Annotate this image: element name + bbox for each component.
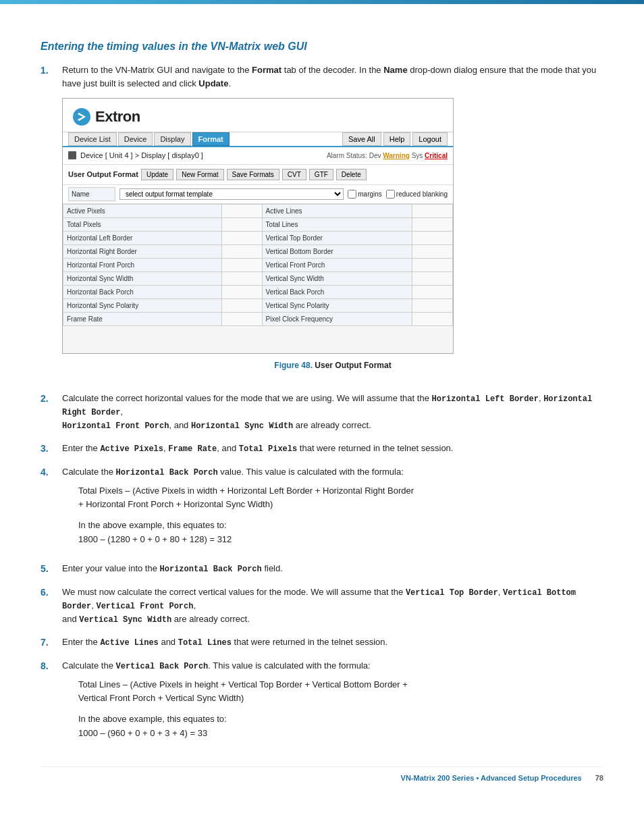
cell-v-back-label: Vertical Back Porch (262, 285, 412, 298)
step-7-content: Enter the Active Lines and Total Lines t… (62, 635, 603, 650)
step-8: 8. Calculate the Vertical Back Porch. Th… (41, 659, 603, 746)
h-sync-mono: Horizontal Sync Width (191, 421, 293, 431)
step-3-num: 3. (41, 442, 57, 456)
step-5-content: Enter your value into the Horizontal Bac… (62, 562, 603, 576)
format-select[interactable]: select output format template (119, 188, 344, 200)
figure-number: Figure 48. (274, 361, 313, 370)
footer-page: 78 (595, 774, 603, 782)
table-row: Horizontal Right Border Vertical Bottom … (63, 244, 453, 258)
step-4-num: 4. (41, 465, 57, 552)
cell-h-right-val (221, 244, 262, 258)
cell-v-sync-val (412, 271, 453, 285)
step-5: 5. Enter your value into the Horizontal … (41, 562, 603, 576)
page-footer: VN-Matrix 200 Series • Advanced Setup Pr… (41, 766, 603, 782)
alarm-status: Alarm Status: Dev Warning Sys Critical (327, 151, 448, 161)
cell-active-lines-val (412, 204, 453, 217)
cell-active-pixels-label: Active Pixels (63, 204, 222, 217)
nav-device-list[interactable]: Device List (68, 132, 117, 146)
cell-h-left-val (221, 231, 262, 244)
formula-line-4: 1800 – (1280 + 0 + 0 + 80 + 128) = 312 (78, 533, 603, 547)
step-8-formula: Total Lines – (Active Pixels in height +… (78, 678, 603, 741)
step-3-content: Enter the Active Pixels, Frame Rate, and… (62, 442, 603, 456)
step-4-content: Calculate the Horizontal Back Porch valu… (62, 465, 603, 552)
nav-display[interactable]: Display (154, 132, 190, 146)
new-format-btn[interactable]: New Format (176, 169, 223, 180)
step-8-formula-line-3: In the above example, this equates to: (78, 712, 603, 727)
cell-v-polarity-val (412, 298, 453, 312)
table-row: Horizontal Front Porch Vertical Front Po… (63, 258, 453, 271)
nav-device[interactable]: Device (118, 132, 153, 146)
help-btn[interactable]: Help (383, 132, 411, 146)
nav-format[interactable]: Format (192, 132, 230, 146)
step-2: 2. Calculate the correct horizontal valu… (41, 392, 603, 432)
total-lines-mono: Total Lines (178, 638, 232, 648)
cell-h-right-label: Horizontal Right Border (63, 244, 222, 258)
step-8-formula-line-1: Total Lines – (Active Pixels in height +… (78, 678, 603, 692)
alarm-critical: Critical (425, 152, 448, 159)
step-8-text: Calculate the Vertical Back Porch. This … (62, 660, 371, 671)
margins-check-label: margins (348, 189, 382, 199)
step-3-text: Enter the Active Pixels, Frame Rate, and… (62, 443, 453, 453)
format-bold: Format (252, 65, 281, 75)
step-1-num: 1. (41, 63, 57, 382)
h-front-mono: Horizontal Front Porch (62, 421, 169, 431)
reduced-checkbox[interactable] (386, 190, 395, 199)
cell-h-left-label: Horizontal Left Border (63, 231, 222, 244)
cell-v-top-label: Vertical Top Border (262, 231, 412, 244)
cell-active-pixels-val (221, 204, 262, 217)
cell-total-pixels-val (221, 217, 262, 231)
step-1: 1. Return to the VN-Matrix GUI and navig… (41, 63, 603, 382)
save-formats-btn[interactable]: Save Formats (227, 169, 279, 180)
active-pixels-mono: Active Pixels (100, 444, 163, 454)
cell-h-sync-label: Horizontal Sync Width (63, 271, 222, 285)
step-1-text: Return to the VN-Matrix GUI and navigate… (62, 65, 596, 88)
table-row: Frame Rate Pixel Clock Frequency (63, 312, 453, 325)
cell-v-front-label: Vertical Front Porch (262, 258, 412, 271)
step-2-content: Calculate the correct horizontal values … (62, 392, 603, 432)
logout-btn[interactable]: Logout (412, 132, 448, 146)
gtf-btn[interactable]: GTF (309, 169, 333, 180)
alarm-text: Alarm Status: Dev (327, 152, 383, 159)
cell-h-polarity-val (221, 298, 262, 312)
cvt-btn[interactable]: CVT (282, 169, 306, 180)
cell-h-back-val (221, 285, 262, 298)
step-6-text: We must now calculate the correct vertic… (62, 587, 576, 624)
cell-v-bottom-val (412, 244, 453, 258)
update-btn[interactable]: Update (141, 169, 173, 180)
svg-point-0 (73, 108, 90, 126)
extron-logo-text: Extron (95, 105, 140, 128)
step-1-content: Return to the VN-Matrix GUI and navigate… (62, 63, 603, 382)
footer-text: VN-Matrix 200 Series • Advanced Setup Pr… (401, 774, 582, 782)
screenshot-bottom-area (63, 326, 453, 353)
step-8-formula-line-2: Vertical Front Porch + Vertical Sync Wid… (78, 692, 603, 706)
cell-v-bottom-label: Vertical Bottom Border (262, 244, 412, 258)
step-5-num: 5. (41, 562, 57, 576)
frame-rate-mono: Frame Rate (168, 444, 217, 454)
table-row: Total Pixels Total Lines (63, 217, 453, 231)
h-back-field-mono: Horizontal Back Porch (160, 565, 262, 574)
device-path: Device [ Unit 4 ] > Display [ display0 ] (80, 150, 203, 161)
cell-h-polarity-label: Horizontal Sync Polarity (63, 298, 222, 312)
margins-checkbox[interactable] (348, 190, 356, 199)
delete-btn[interactable]: Delete (336, 169, 367, 180)
save-all-btn[interactable]: Save All (342, 132, 381, 146)
cell-frame-rate-label: Frame Rate (63, 312, 222, 325)
device-bar-left: Device [ Unit 4 ] > Display [ display0 ] (68, 150, 203, 161)
step-6-content: We must now calculate the correct vertic… (62, 585, 603, 626)
device-bar: Device [ Unit 4 ] > Display [ display0 ]… (63, 147, 453, 165)
v-top-mono: Vertical Top Border (406, 588, 498, 598)
step-7-text: Enter the Active Lines and Total Lines t… (62, 637, 387, 647)
table-row: Horizontal Left Border Vertical Top Bord… (63, 231, 453, 244)
table-row: Active Pixels Active Lines (63, 204, 453, 217)
cell-total-lines-label: Total Lines (262, 217, 412, 231)
step-6: 6. We must now calculate the correct ver… (41, 585, 603, 626)
step-8-num: 8. (41, 659, 57, 746)
cell-frame-rate-val (221, 312, 262, 325)
h-left-mono: Horizontal Left Border (431, 394, 538, 404)
step-5-text: Enter your value into the Horizontal Bac… (62, 563, 283, 573)
steps-list: 1. Return to the VN-Matrix GUI and navig… (41, 63, 603, 746)
step-3: 3. Enter the Active Pixels, Frame Rate, … (41, 442, 603, 456)
formula-line-2: + Horizontal Front Porch + Horizontal Sy… (78, 498, 603, 512)
cell-v-back-val (412, 285, 453, 298)
step-4: 4. Calculate the Horizontal Back Porch v… (41, 465, 603, 552)
